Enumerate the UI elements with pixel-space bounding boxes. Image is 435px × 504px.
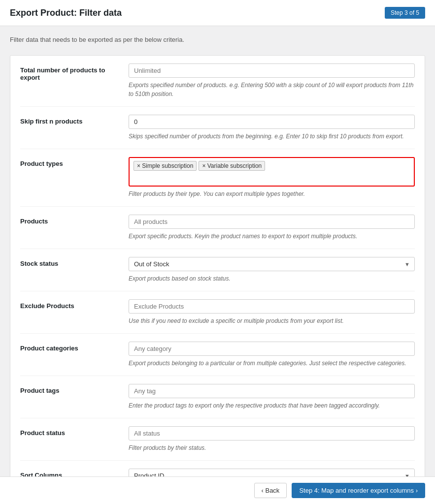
label-product-tags: Product tags [20,384,129,394]
tag-simple-subscription: × Simple subscription [134,161,197,171]
label-product-categories: Product categories [20,342,129,352]
desc-skip-products: Skips specified number of products from … [129,132,415,141]
input-total-products[interactable] [129,63,415,78]
desc-product-tags: Enter the product tags to export only th… [129,401,415,410]
field-product-types: × Simple subscription × Variable subscri… [129,157,415,198]
input-products[interactable] [129,215,415,229]
field-products: Export specific products. Keyin the prod… [129,215,415,241]
row-product-status: Product status Filter products by their … [20,418,415,461]
field-product-tags: Enter the product tags to export only th… [129,384,415,410]
desc-total-products: Exports specified number of products. e.… [129,81,415,98]
field-skip-products: Skips specified number of products from … [129,115,415,141]
field-stock-status: Any In Stock Out of Stock On Backorder ▼… [129,257,415,283]
label-total-products: Total number of products to export [20,63,129,81]
back-button[interactable]: ‹ Back [254,483,287,498]
select-wrapper-stock-status: Any In Stock Out of Stock On Backorder ▼ [129,257,415,271]
label-products: Products [20,215,129,225]
row-exclude-products: Exclude Products Use this if you need to… [20,291,415,334]
row-skip-products: Skip first n products Skips specified nu… [20,107,415,149]
step-badge: Step 3 of 5 [385,7,425,19]
input-product-categories[interactable] [129,342,415,356]
label-skip-products: Skip first n products [20,115,129,125]
tag-simple-subscription-label: × Simple subscription [137,162,193,169]
tag-variable-subscription-label: × Variable subscription [202,162,262,169]
field-total-products: Exports specified number of products. e.… [129,63,415,98]
input-skip-products[interactable] [129,115,415,129]
row-total-products: Total number of products to export Expor… [20,56,415,107]
input-product-status[interactable] [129,426,415,441]
filter-form: Total number of products to export Expor… [10,55,425,504]
row-product-categories: Product categories Export products belon… [20,334,415,376]
page-title: Export Product: Filter data [10,8,122,18]
desc-stock-status: Export products based on stock status. [129,274,415,283]
desc-exclude-products: Use this if you need to exclude a specif… [129,316,415,325]
row-product-tags: Product tags Enter the product tags to e… [20,376,415,418]
next-button[interactable]: Step 4: Map and reorder export columns › [292,483,425,498]
desc-product-status: Filter products by their status. [129,443,415,452]
input-exclude-products[interactable] [129,299,415,314]
desc-product-categories: Export products belonging to a particula… [129,359,415,368]
row-stock-status: Stock status Any In Stock Out of Stock O… [20,249,415,291]
field-exclude-products: Use this if you need to exclude a specif… [129,299,415,325]
field-product-categories: Export products belonging to a particula… [129,342,415,368]
desc-product-types: Filter products by their type. You can e… [129,189,415,198]
tag-variable-subscription: × Variable subscription [199,161,265,171]
desc-products: Export specific products. Keyin the prod… [129,232,415,241]
label-product-status: Product status [20,426,129,437]
field-product-status: Filter products by their status. [129,426,415,452]
input-product-tags[interactable] [129,384,415,398]
label-stock-status: Stock status [20,257,129,267]
intro-text: Filter data that needs to be exported as… [10,36,425,43]
footer: ‹ Back Step 4: Map and reorder export co… [0,476,435,504]
label-product-types: Product types [20,157,129,167]
row-product-types: Product types × Simple subscription × Va… [20,149,415,207]
select-stock-status[interactable]: Any In Stock Out of Stock On Backorder [129,257,415,271]
tags-input-product-types[interactable]: × Simple subscription × Variable subscri… [129,157,415,187]
label-exclude-products: Exclude Products [20,299,129,310]
row-products: Products Export specific products. Keyin… [20,207,415,249]
